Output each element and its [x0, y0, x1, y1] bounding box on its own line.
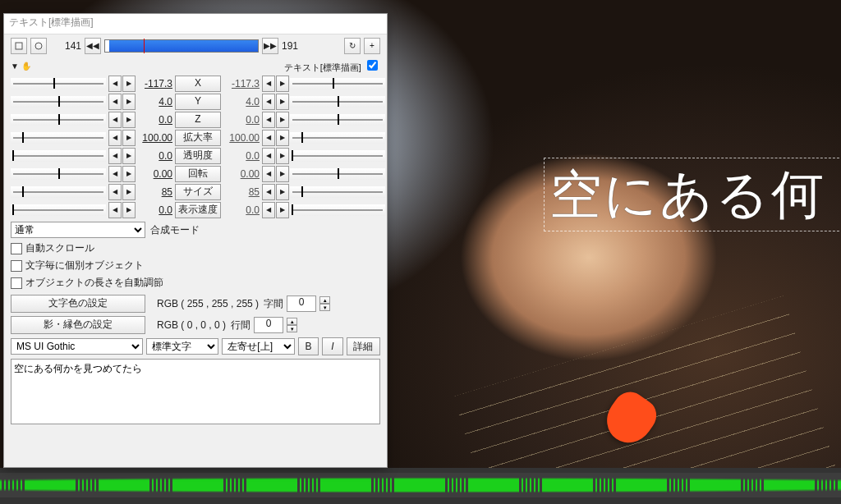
step-left-inc-icon[interactable]: ▶ — [122, 184, 136, 200]
step-left-dec-icon[interactable]: ◀ — [108, 184, 122, 200]
value-left[interactable]: 0.0 — [136, 114, 172, 126]
value-right[interactable]: 100.00 — [223, 132, 260, 144]
value-right[interactable]: 0.00 — [223, 168, 260, 180]
step-left-inc-icon[interactable]: ▶ — [122, 112, 136, 128]
slider-left[interactable] — [11, 204, 106, 216]
step-left-dec-icon[interactable]: ◀ — [108, 166, 122, 182]
expand-icon[interactable]: ▼ ✋ — [11, 62, 31, 71]
param-name-button[interactable]: X — [175, 76, 221, 92]
value-right[interactable]: 0.0 — [223, 114, 260, 126]
italic-button[interactable]: I — [322, 337, 343, 355]
step-left-inc-icon[interactable]: ▶ — [122, 130, 136, 146]
step-right-inc-icon[interactable]: ▶ — [276, 166, 289, 182]
seek-end-icon[interactable]: ▶▶ — [262, 38, 278, 54]
step-right-inc-icon[interactable]: ▶ — [276, 76, 289, 92]
step-left-inc-icon[interactable]: ▶ — [122, 202, 136, 218]
slider-right[interactable] — [290, 186, 385, 198]
slider-left[interactable] — [11, 132, 106, 144]
value-right[interactable]: -117.3 — [223, 78, 260, 89]
slider-right[interactable] — [290, 78, 385, 89]
slider-right[interactable] — [290, 150, 385, 162]
param-name-button[interactable]: 透明度 — [175, 148, 221, 164]
line-spacing-down[interactable]: ▾ — [287, 325, 297, 332]
blend-mode-select[interactable]: 通常 — [11, 222, 145, 238]
char-spacing-input[interactable]: 0 — [287, 296, 316, 312]
step-left-inc-icon[interactable]: ▶ — [122, 148, 136, 164]
filter-enabled-checkbox[interactable] — [367, 60, 378, 71]
param-name-button[interactable]: 表示速度 — [175, 202, 221, 218]
value-left[interactable]: 4.0 — [136, 96, 172, 108]
step-left-dec-icon[interactable]: ◀ — [108, 94, 122, 110]
value-left[interactable]: 0.00 — [136, 168, 172, 180]
step-right-inc-icon[interactable]: ▶ — [276, 130, 289, 146]
param-name-button[interactable]: Y — [175, 94, 221, 110]
align-select[interactable]: 左寄せ[上] — [222, 338, 294, 355]
line-spacing-input[interactable]: 0 — [254, 317, 283, 333]
param-name-button[interactable]: サイズ — [175, 184, 221, 200]
add-icon[interactable]: + — [364, 38, 380, 54]
tool-btn-2[interactable] — [30, 38, 47, 54]
step-right-dec-icon[interactable]: ◀ — [262, 184, 275, 200]
step-right-inc-icon[interactable]: ▶ — [276, 148, 289, 164]
seek-start-icon[interactable]: ◀◀ — [85, 38, 101, 54]
slider-right[interactable] — [290, 204, 385, 216]
percharobj-checkbox[interactable] — [11, 260, 22, 272]
step-left-inc-icon[interactable]: ▶ — [122, 94, 136, 110]
value-left[interactable]: 85 — [136, 186, 172, 198]
value-left[interactable]: 0.0 — [136, 150, 172, 162]
value-left[interactable]: 100.00 — [136, 132, 172, 144]
step-left-dec-icon[interactable]: ◀ — [108, 130, 122, 146]
slider-left[interactable] — [11, 186, 106, 198]
step-left-dec-icon[interactable]: ◀ — [108, 76, 122, 92]
slider-right[interactable] — [290, 132, 385, 144]
edge-color-button[interactable]: 影・縁色の設定 — [11, 316, 145, 334]
slider-left[interactable] — [11, 150, 106, 162]
step-right-dec-icon[interactable]: ◀ — [262, 148, 275, 164]
step-left-inc-icon[interactable]: ▶ — [122, 76, 136, 92]
text-content-input[interactable] — [11, 359, 380, 424]
font-select[interactable]: MS UI Gothic — [11, 338, 143, 355]
step-right-dec-icon[interactable]: ◀ — [262, 94, 275, 110]
step-right-inc-icon[interactable]: ▶ — [276, 184, 289, 200]
seek-bar[interactable] — [104, 39, 259, 53]
slider-left[interactable] — [11, 96, 106, 108]
value-right[interactable]: 0.0 — [223, 204, 260, 216]
value-left[interactable]: -117.3 — [136, 78, 172, 89]
slider-left[interactable] — [11, 114, 106, 126]
slider-left[interactable] — [11, 78, 106, 89]
bold-button[interactable]: B — [298, 337, 319, 355]
detail-button[interactable]: 詳細 — [347, 337, 380, 355]
value-right[interactable]: 4.0 — [223, 96, 260, 108]
refresh-icon[interactable]: ↻ — [344, 38, 361, 54]
param-name-button[interactable]: 拡大率 — [175, 130, 221, 146]
autolength-checkbox[interactable] — [11, 277, 22, 289]
audio-track-strip[interactable] — [0, 473, 841, 497]
value-right[interactable]: 0.0 — [223, 150, 260, 162]
step-right-dec-icon[interactable]: ◀ — [262, 166, 275, 182]
slider-left[interactable] — [11, 168, 106, 180]
param-name-button[interactable]: 回転 — [175, 166, 221, 182]
text-color-button[interactable]: 文字色の設定 — [11, 295, 145, 313]
step-left-dec-icon[interactable]: ◀ — [108, 148, 122, 164]
step-left-dec-icon[interactable]: ◀ — [108, 202, 122, 218]
step-right-dec-icon[interactable]: ◀ — [262, 202, 275, 218]
tool-btn-1[interactable] — [11, 38, 27, 54]
value-right[interactable]: 85 — [223, 186, 260, 198]
param-name-button[interactable]: Z — [175, 112, 221, 128]
step-right-inc-icon[interactable]: ▶ — [276, 112, 289, 128]
char-spacing-down[interactable]: ▾ — [319, 304, 330, 311]
char-spacing-up[interactable]: ▴ — [319, 296, 330, 304]
autoscroll-checkbox[interactable] — [11, 243, 22, 254]
step-left-dec-icon[interactable]: ◀ — [108, 112, 122, 128]
text-object-overlay[interactable]: 空にある何 — [544, 158, 841, 231]
step-left-inc-icon[interactable]: ▶ — [122, 166, 136, 182]
value-left[interactable]: 0.0 — [136, 204, 172, 216]
step-right-inc-icon[interactable]: ▶ — [276, 202, 289, 218]
step-right-dec-icon[interactable]: ◀ — [262, 112, 275, 128]
line-spacing-up[interactable]: ▴ — [287, 318, 297, 325]
step-right-dec-icon[interactable]: ◀ — [262, 76, 275, 92]
slider-right[interactable] — [290, 96, 385, 108]
slider-right[interactable] — [290, 114, 385, 126]
slider-right[interactable] — [290, 168, 385, 180]
step-right-dec-icon[interactable]: ◀ — [262, 130, 275, 146]
